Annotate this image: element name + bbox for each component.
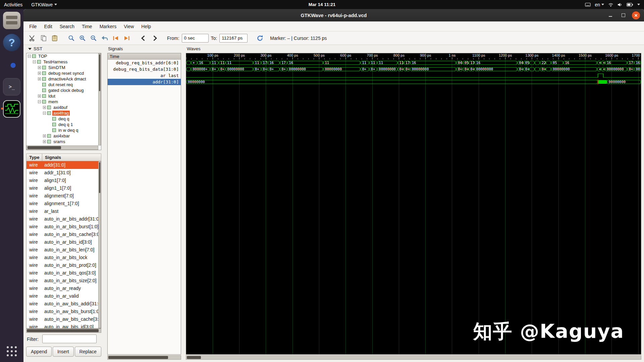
menu-edit[interactable]: Edit: [41, 21, 56, 32]
signal-row-addr-31-0[interactable]: wireaddr[31:0]: [26, 161, 101, 169]
signal-row-auto-in-ar-bits-len-7-0[interactable]: wireauto_in_ar_bits_len[7:0]: [26, 246, 101, 254]
dock-item-terminal[interactable]: >_: [0, 78, 23, 96]
sst-pane-header[interactable]: SST: [28, 46, 42, 51]
displayed-signal-debug-req-bits-addr-6-0[interactable]: debug_req_bits_addr[6:0]: [108, 60, 181, 66]
sst-tree[interactable]: −TOP−TestHarness+SimDTM+debug reset sync…: [26, 53, 98, 145]
zoom-fit-icon[interactable]: [67, 34, 76, 43]
signal-row-ar-last[interactable]: wirear_last: [26, 207, 101, 215]
waveform-canvas[interactable]: 100 ps200 ps300 ps400 ps500 ps600 ps700 …: [186, 53, 641, 354]
volume-icon[interactable]: [618, 2, 623, 7]
menu-file[interactable]: File: [25, 21, 41, 32]
minimize-button[interactable]: [606, 11, 614, 19]
tree-item-dut-reset-req[interactable]: dut reset req: [26, 82, 98, 87]
signal-row-auto-in-ar-bits-burst-1-0[interactable]: wireauto_in_ar_bits_burst[1:0]: [26, 223, 101, 231]
next-edge-icon[interactable]: [150, 34, 159, 43]
signal-row-auto-in-ar-bits-id-3-0[interactable]: wireauto_in_ar_bits_id[3:0]: [26, 238, 101, 246]
signal-row-alignment-7-0[interactable]: wirealignment[7:0]: [26, 192, 101, 200]
signal-row-auto-in-ar-ready[interactable]: wireauto_in_ar_ready: [26, 285, 101, 292]
expand-icon[interactable]: +: [43, 106, 46, 109]
tree-item-in-w-deq-q[interactable]: in w deq q: [26, 127, 98, 133]
shift-to-start-icon[interactable]: [111, 34, 120, 43]
zoom-undo-icon[interactable]: [100, 34, 109, 43]
collapse-icon[interactable]: −: [43, 112, 46, 115]
signal-row-auto-in-ar-bits-size-2-0[interactable]: wireauto_in_ar_bits_size[2:0]: [26, 277, 101, 285]
input-language-indicator[interactable]: en: [595, 2, 604, 7]
expand-icon[interactable]: +: [43, 134, 46, 137]
cut-icon[interactable]: [28, 34, 37, 43]
signal-row-auto-in-ar-bits-lock[interactable]: wireauto_in_ar_bits_lock: [26, 254, 101, 261]
previous-edge-icon[interactable]: [139, 34, 148, 43]
menu-time[interactable]: Time: [78, 21, 96, 32]
expand-icon[interactable]: +: [43, 140, 46, 143]
tree-item-debug-reset-syncd[interactable]: +debug reset syncd: [26, 70, 98, 76]
signals-list[interactable]: debug_req_bits_addr[6:0]debug_req_bits_d…: [108, 60, 181, 85]
tree-item-srams[interactable]: +srams: [26, 139, 98, 144]
expand-icon[interactable]: +: [38, 95, 41, 98]
signal-row-auto-in-aw-bits-cache-3-0[interactable]: wireauto_in_aw_bits_cache[3:0]: [26, 315, 101, 323]
dock-item-files[interactable]: [0, 12, 23, 29]
keyboard-icon[interactable]: [585, 2, 591, 7]
collapse-icon[interactable]: −: [28, 55, 31, 58]
menu-markers[interactable]: Markers: [96, 21, 120, 32]
signal-row-alignment-1-7-0[interactable]: wirealignment_1[7:0]: [26, 200, 101, 207]
signal-row-auto-in-aw-bits-addr-31-0[interactable]: wireauto_in_aw_bits_addr[31:0]: [26, 300, 101, 308]
signal-row-align1-7-0[interactable]: wirealign1[7:0]: [26, 177, 101, 184]
signal-row-addr-1-31-0[interactable]: wireaddr_1[31:0]: [26, 169, 101, 177]
filter-input[interactable]: [42, 335, 97, 343]
tree-item-mem[interactable]: −mem: [26, 99, 98, 105]
tree-item-dmactiveack-dmact[interactable]: +dmactiveAck dmact: [26, 76, 98, 82]
signal-row-auto-in-ar-valid[interactable]: wireauto_in_ar_valid: [26, 292, 101, 300]
tree-item-axi4buf[interactable]: +axi4buf: [26, 105, 98, 110]
dock-item-help[interactable]: ?: [0, 34, 23, 51]
waves-panel[interactable]: 100 ps200 ps300 ps400 ps500 ps600 ps700 …: [186, 53, 641, 355]
column-header-type[interactable]: Type: [26, 154, 42, 161]
time-header[interactable]: Time: [108, 53, 181, 60]
zoom-out-icon[interactable]: [89, 34, 98, 43]
tree-item-axi4xbar[interactable]: +axi4xbar: [26, 133, 98, 139]
show-applications-button[interactable]: [6, 345, 18, 357]
horizontal-scrollbar[interactable]: [107, 355, 181, 360]
displayed-signal-ar-last[interactable]: ar last: [108, 72, 181, 79]
tree-item-gated-clock-debug[interactable]: gated clock debug: [26, 87, 98, 93]
copy-icon[interactable]: [39, 34, 48, 43]
replace-button[interactable]: Replace: [75, 347, 101, 357]
signal-table[interactable]: wireaddr[31:0]wireaddr_1[31:0]wirealign1…: [26, 161, 101, 328]
from-time-input[interactable]: [182, 34, 209, 43]
vertical-scrollbar[interactable]: [98, 161, 101, 328]
horizontal-scrollbar[interactable]: [26, 145, 98, 150]
menu-help[interactable]: Help: [138, 21, 155, 32]
window-titlebar[interactable]: GTKWave - rv64ui-p-add.vcd: [23, 9, 644, 21]
expand-icon[interactable]: +: [38, 77, 41, 80]
signal-row-auto-in-aw-bits-burst-1-0[interactable]: wireauto_in_aw_bits_burst[1:0]: [26, 308, 101, 315]
tree-item-deq-q-1[interactable]: deq q 1: [26, 122, 98, 127]
signal-row-auto-in-ar-bits-addr-31-0[interactable]: wireauto_in_ar_bits_addr[31:0]: [26, 215, 101, 223]
close-button[interactable]: [632, 11, 640, 19]
collapse-icon[interactable]: −: [33, 60, 36, 63]
append-button[interactable]: Append: [26, 347, 52, 357]
zoom-in-icon[interactable]: [78, 34, 87, 43]
maximize-button[interactable]: [619, 11, 627, 19]
reload-icon[interactable]: [256, 34, 264, 43]
collapse-icon[interactable]: −: [38, 100, 41, 103]
displayed-signal-addr-31-0[interactable]: addr[31:0]: [108, 79, 181, 85]
expand-icon[interactable]: +: [38, 72, 41, 75]
tree-item-deq-q[interactable]: deq q: [26, 116, 98, 122]
displayed-signal-debug-req-bits-data-31-0[interactable]: debug_req_bits_data[31:0]: [108, 66, 181, 72]
wifi-icon[interactable]: [608, 2, 613, 7]
horizontal-scrollbar[interactable]: [186, 355, 641, 360]
signal-row-auto-in-ar-bits-prot-2-0[interactable]: wireauto_in_ar_bits_prot[2:0]: [26, 261, 101, 269]
signal-row-auto-in-ar-bits-qos-3-0[interactable]: wireauto_in_ar_bits_qos[3:0]: [26, 269, 101, 277]
expand-icon[interactable]: +: [38, 66, 41, 69]
battery-icon[interactable]: [627, 3, 633, 7]
dock-item-gtkwave[interactable]: [0, 100, 23, 118]
signal-row-auto-in-aw-bits-id-3-0[interactable]: wireauto_in_aw_bits_id[3:0]: [26, 323, 101, 328]
menu-view[interactable]: View: [120, 21, 138, 32]
insert-button[interactable]: Insert: [53, 347, 74, 357]
vertical-scrollbar[interactable]: [98, 53, 101, 145]
menu-search[interactable]: Search: [56, 21, 78, 32]
chevron-down-icon[interactable]: [637, 4, 640, 5]
tree-item-axi4frag[interactable]: −axi4frag: [26, 110, 98, 116]
column-header-signals[interactable]: Signals: [42, 154, 101, 161]
clock[interactable]: Mar 14 11:21: [0, 2, 644, 7]
tree-item-testharness[interactable]: −TestHarness: [26, 59, 98, 65]
